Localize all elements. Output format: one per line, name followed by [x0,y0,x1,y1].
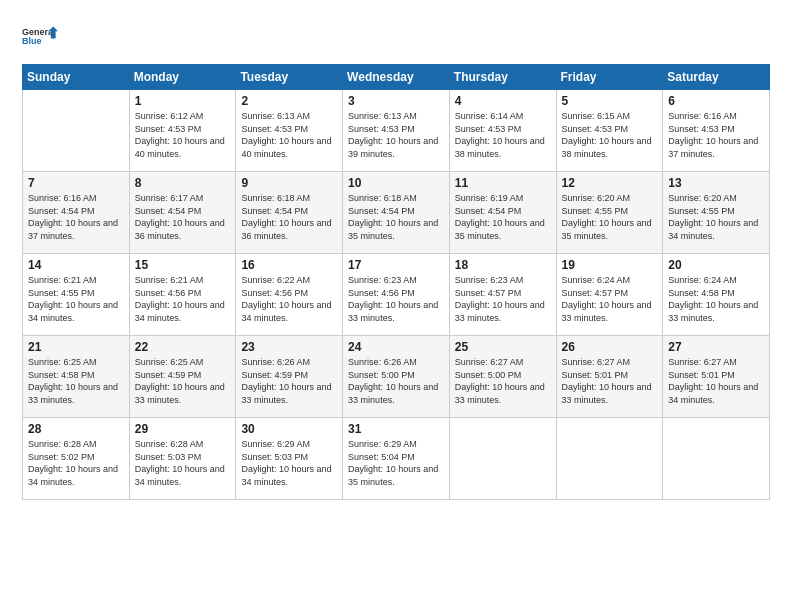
table-row: 9 Sunrise: 6:18 AMSunset: 4:54 PMDayligh… [236,172,343,254]
cell-info: Sunrise: 6:27 AMSunset: 5:01 PMDaylight:… [668,357,758,405]
table-row: 12 Sunrise: 6:20 AMSunset: 4:55 PMDaylig… [556,172,663,254]
col-tuesday: Tuesday [236,65,343,90]
table-row: 6 Sunrise: 6:16 AMSunset: 4:53 PMDayligh… [663,90,770,172]
day-number: 11 [455,176,551,190]
calendar-week-row: 21 Sunrise: 6:25 AMSunset: 4:58 PMDaylig… [23,336,770,418]
cell-info: Sunrise: 6:26 AMSunset: 4:59 PMDaylight:… [241,357,331,405]
table-row: 31 Sunrise: 6:29 AMSunset: 5:04 PMDaylig… [343,418,450,500]
table-row [663,418,770,500]
table-row: 27 Sunrise: 6:27 AMSunset: 5:01 PMDaylig… [663,336,770,418]
day-number: 30 [241,422,337,436]
cell-info: Sunrise: 6:16 AMSunset: 4:54 PMDaylight:… [28,193,118,241]
day-number: 1 [135,94,231,108]
table-row: 5 Sunrise: 6:15 AMSunset: 4:53 PMDayligh… [556,90,663,172]
table-row: 11 Sunrise: 6:19 AMSunset: 4:54 PMDaylig… [449,172,556,254]
svg-text:General: General [22,27,56,37]
table-row: 19 Sunrise: 6:24 AMSunset: 4:57 PMDaylig… [556,254,663,336]
day-number: 8 [135,176,231,190]
col-wednesday: Wednesday [343,65,450,90]
cell-info: Sunrise: 6:13 AMSunset: 4:53 PMDaylight:… [348,111,438,159]
calendar-week-row: 28 Sunrise: 6:28 AMSunset: 5:02 PMDaylig… [23,418,770,500]
table-row: 13 Sunrise: 6:20 AMSunset: 4:55 PMDaylig… [663,172,770,254]
col-monday: Monday [129,65,236,90]
col-sunday: Sunday [23,65,130,90]
day-number: 4 [455,94,551,108]
cell-info: Sunrise: 6:25 AMSunset: 4:58 PMDaylight:… [28,357,118,405]
table-row: 10 Sunrise: 6:18 AMSunset: 4:54 PMDaylig… [343,172,450,254]
cell-info: Sunrise: 6:19 AMSunset: 4:54 PMDaylight:… [455,193,545,241]
table-row: 30 Sunrise: 6:29 AMSunset: 5:03 PMDaylig… [236,418,343,500]
cell-info: Sunrise: 6:18 AMSunset: 4:54 PMDaylight:… [348,193,438,241]
table-row: 26 Sunrise: 6:27 AMSunset: 5:01 PMDaylig… [556,336,663,418]
cell-info: Sunrise: 6:21 AMSunset: 4:55 PMDaylight:… [28,275,118,323]
day-number: 31 [348,422,444,436]
day-number: 19 [562,258,658,272]
day-number: 5 [562,94,658,108]
table-row: 15 Sunrise: 6:21 AMSunset: 4:56 PMDaylig… [129,254,236,336]
day-number: 21 [28,340,124,354]
day-number: 12 [562,176,658,190]
page: General Blue Sunday Monday Tuesday Wedne… [0,0,792,612]
table-row: 24 Sunrise: 6:26 AMSunset: 5:00 PMDaylig… [343,336,450,418]
cell-info: Sunrise: 6:16 AMSunset: 4:53 PMDaylight:… [668,111,758,159]
cell-info: Sunrise: 6:27 AMSunset: 5:00 PMDaylight:… [455,357,545,405]
table-row: 3 Sunrise: 6:13 AMSunset: 4:53 PMDayligh… [343,90,450,172]
day-number: 26 [562,340,658,354]
table-row: 7 Sunrise: 6:16 AMSunset: 4:54 PMDayligh… [23,172,130,254]
cell-info: Sunrise: 6:23 AMSunset: 4:56 PMDaylight:… [348,275,438,323]
table-row [449,418,556,500]
day-number: 24 [348,340,444,354]
table-row: 18 Sunrise: 6:23 AMSunset: 4:57 PMDaylig… [449,254,556,336]
logo: General Blue [22,18,58,54]
cell-info: Sunrise: 6:13 AMSunset: 4:53 PMDaylight:… [241,111,331,159]
calendar-table: Sunday Monday Tuesday Wednesday Thursday… [22,64,770,500]
header: General Blue [22,18,770,54]
day-number: 7 [28,176,124,190]
cell-info: Sunrise: 6:17 AMSunset: 4:54 PMDaylight:… [135,193,225,241]
svg-text:Blue: Blue [22,36,42,46]
cell-info: Sunrise: 6:29 AMSunset: 5:04 PMDaylight:… [348,439,438,487]
cell-info: Sunrise: 6:22 AMSunset: 4:56 PMDaylight:… [241,275,331,323]
cell-info: Sunrise: 6:26 AMSunset: 5:00 PMDaylight:… [348,357,438,405]
day-number: 16 [241,258,337,272]
col-thursday: Thursday [449,65,556,90]
day-number: 17 [348,258,444,272]
calendar-week-row: 1 Sunrise: 6:12 AMSunset: 4:53 PMDayligh… [23,90,770,172]
day-number: 27 [668,340,764,354]
weekday-header-row: Sunday Monday Tuesday Wednesday Thursday… [23,65,770,90]
cell-info: Sunrise: 6:23 AMSunset: 4:57 PMDaylight:… [455,275,545,323]
col-friday: Friday [556,65,663,90]
table-row: 8 Sunrise: 6:17 AMSunset: 4:54 PMDayligh… [129,172,236,254]
table-row: 25 Sunrise: 6:27 AMSunset: 5:00 PMDaylig… [449,336,556,418]
table-row: 21 Sunrise: 6:25 AMSunset: 4:58 PMDaylig… [23,336,130,418]
day-number: 25 [455,340,551,354]
cell-info: Sunrise: 6:20 AMSunset: 4:55 PMDaylight:… [668,193,758,241]
table-row: 4 Sunrise: 6:14 AMSunset: 4:53 PMDayligh… [449,90,556,172]
day-number: 29 [135,422,231,436]
table-row: 23 Sunrise: 6:26 AMSunset: 4:59 PMDaylig… [236,336,343,418]
day-number: 23 [241,340,337,354]
cell-info: Sunrise: 6:28 AMSunset: 5:03 PMDaylight:… [135,439,225,487]
table-row: 29 Sunrise: 6:28 AMSunset: 5:03 PMDaylig… [129,418,236,500]
table-row: 22 Sunrise: 6:25 AMSunset: 4:59 PMDaylig… [129,336,236,418]
day-number: 10 [348,176,444,190]
calendar-week-row: 7 Sunrise: 6:16 AMSunset: 4:54 PMDayligh… [23,172,770,254]
cell-info: Sunrise: 6:18 AMSunset: 4:54 PMDaylight:… [241,193,331,241]
table-row: 20 Sunrise: 6:24 AMSunset: 4:58 PMDaylig… [663,254,770,336]
cell-info: Sunrise: 6:12 AMSunset: 4:53 PMDaylight:… [135,111,225,159]
cell-info: Sunrise: 6:24 AMSunset: 4:57 PMDaylight:… [562,275,652,323]
table-row: 17 Sunrise: 6:23 AMSunset: 4:56 PMDaylig… [343,254,450,336]
day-number: 15 [135,258,231,272]
cell-info: Sunrise: 6:29 AMSunset: 5:03 PMDaylight:… [241,439,331,487]
day-number: 14 [28,258,124,272]
day-number: 28 [28,422,124,436]
day-number: 3 [348,94,444,108]
table-row [556,418,663,500]
logo-svg: General Blue [22,18,58,54]
cell-info: Sunrise: 6:24 AMSunset: 4:58 PMDaylight:… [668,275,758,323]
day-number: 18 [455,258,551,272]
cell-info: Sunrise: 6:20 AMSunset: 4:55 PMDaylight:… [562,193,652,241]
cell-info: Sunrise: 6:28 AMSunset: 5:02 PMDaylight:… [28,439,118,487]
table-row: 28 Sunrise: 6:28 AMSunset: 5:02 PMDaylig… [23,418,130,500]
day-number: 6 [668,94,764,108]
